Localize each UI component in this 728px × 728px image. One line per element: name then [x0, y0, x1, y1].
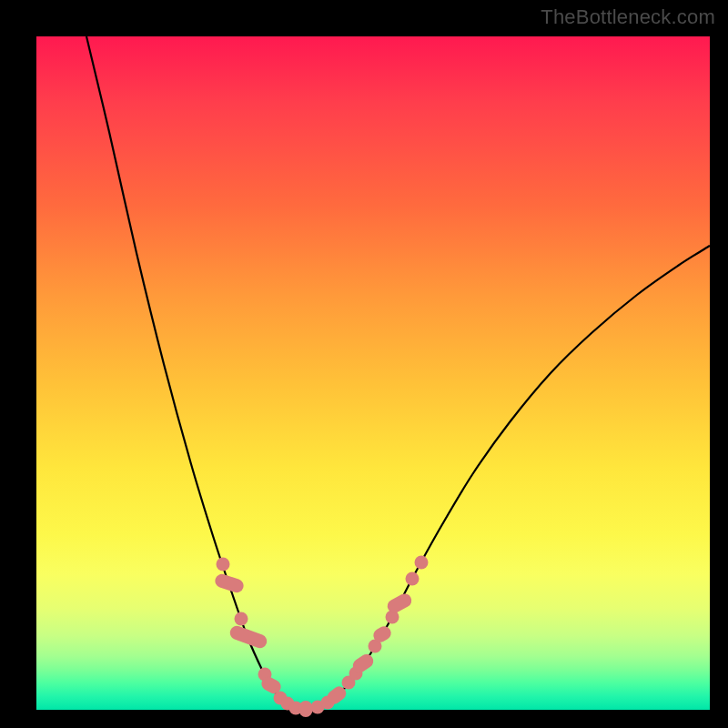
- data-dot: [217, 558, 230, 571]
- data-pill: [299, 701, 313, 717]
- data-dot: [415, 556, 429, 570]
- curve-svg: [36, 36, 710, 710]
- plot-area: [36, 36, 710, 710]
- chart-frame: TheBottleneck.com: [0, 0, 728, 728]
- data-pill: [213, 572, 245, 594]
- watermark-text: TheBottleneck.com: [541, 5, 715, 29]
- data-markers: [213, 556, 428, 718]
- data-dot: [235, 612, 248, 626]
- data-dot: [406, 572, 420, 586]
- data-pill: [228, 624, 269, 650]
